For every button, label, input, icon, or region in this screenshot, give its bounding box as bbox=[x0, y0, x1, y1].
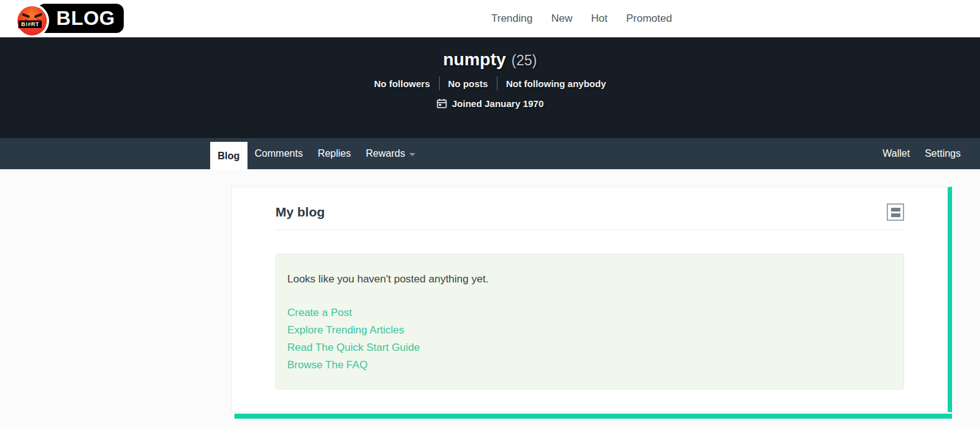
profile-joined: Joined January 1970 bbox=[437, 98, 544, 109]
profile-reputation: (25) bbox=[512, 52, 537, 69]
stat-following: Not following anybody bbox=[506, 78, 606, 89]
nav-hot[interactable]: Hot bbox=[591, 12, 607, 25]
tabs-left: Blog Comments Replies Rewards bbox=[210, 138, 423, 169]
empty-blog-alert: Looks like you haven't posted anything y… bbox=[275, 254, 904, 389]
emoji-brow-right bbox=[34, 13, 43, 19]
tab-settings[interactable]: Settings bbox=[917, 138, 968, 169]
tab-comments[interactable]: Comments bbox=[247, 138, 310, 169]
heading-divider bbox=[275, 230, 904, 230]
profile-tabbar: Blog Comments Replies Rewards Wallet Set… bbox=[0, 138, 980, 169]
stats-divider bbox=[439, 77, 440, 90]
calendar-icon bbox=[437, 98, 447, 109]
link-browse-faq[interactable]: Browse The FAQ bbox=[287, 356, 368, 374]
logo-badge: B!#RT bbox=[18, 20, 42, 29]
link-create-post[interactable]: Create a Post bbox=[287, 304, 352, 322]
angry-emoji-icon: B!#RT bbox=[17, 6, 47, 35]
stats-divider bbox=[497, 77, 497, 90]
logo-wordmark: BLOG bbox=[37, 4, 124, 33]
tab-blog[interactable]: Blog bbox=[210, 142, 247, 170]
caret-down-icon bbox=[409, 153, 415, 156]
profile-stats: No followers No posts Not following anyb… bbox=[374, 77, 606, 90]
blurt-blog-profile-page: BLOG B!#RT Trending New Hot Promoted num… bbox=[0, 0, 980, 428]
getting-started-links: Create a Post Explore Trending Articles … bbox=[287, 304, 892, 374]
site-logo[interactable]: BLOG B!#RT bbox=[10, 0, 122, 37]
top-navigation: Trending New Hot Promoted bbox=[491, 0, 672, 37]
nav-promoted[interactable]: Promoted bbox=[626, 12, 672, 25]
card-accent-bottom-bar bbox=[234, 414, 952, 419]
tab-rewards[interactable]: Rewards bbox=[358, 138, 423, 169]
tabs-right: Wallet Settings bbox=[875, 138, 968, 169]
profile-header: numpty (25) No followers No posts Not fo… bbox=[0, 37, 980, 138]
page-title: My blog bbox=[275, 205, 325, 220]
link-quick-start-guide[interactable]: Read The Quick Start Guide bbox=[287, 339, 420, 356]
tab-wallet[interactable]: Wallet bbox=[875, 138, 917, 169]
topbar: BLOG B!#RT Trending New Hot Promoted bbox=[0, 0, 980, 37]
stat-posts: No posts bbox=[448, 78, 488, 89]
nav-new[interactable]: New bbox=[551, 12, 572, 25]
tab-replies[interactable]: Replies bbox=[310, 138, 358, 169]
emoji-brow-left bbox=[22, 13, 30, 19]
empty-blog-message: Looks like you haven't posted anything y… bbox=[287, 273, 892, 286]
logo-text: BLOG bbox=[57, 7, 115, 30]
link-explore-trending[interactable]: Explore Trending Articles bbox=[287, 322, 404, 339]
stat-followers: No followers bbox=[374, 78, 430, 89]
main-content: My blog Looks like you haven't posted an… bbox=[0, 169, 980, 428]
tab-rewards-label: Rewards bbox=[366, 148, 405, 159]
profile-username: numpty bbox=[443, 50, 506, 70]
list-view-bar bbox=[891, 213, 900, 217]
list-view-bar bbox=[891, 208, 900, 212]
profile-name-row: numpty (25) bbox=[443, 50, 537, 70]
nav-trending[interactable]: Trending bbox=[491, 12, 532, 25]
blog-card-header: My blog bbox=[275, 203, 904, 221]
joined-label: Joined January 1970 bbox=[452, 98, 544, 109]
blog-card: My blog Looks like you haven't posted an… bbox=[231, 187, 952, 412]
list-view-icon[interactable] bbox=[887, 203, 904, 221]
